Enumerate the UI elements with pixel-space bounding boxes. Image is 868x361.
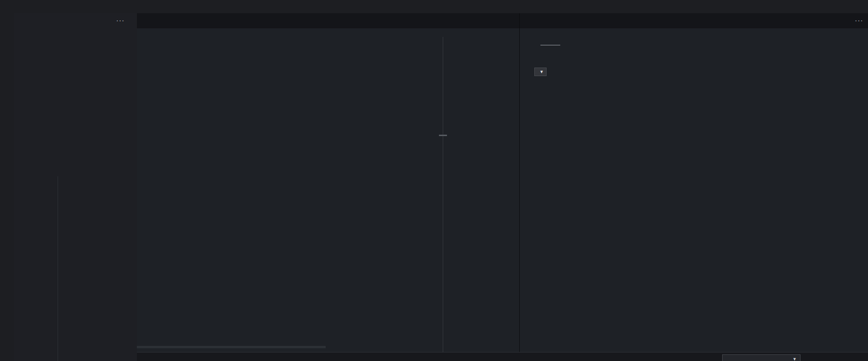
editor-ruler	[443, 37, 443, 352]
breadcrumb	[137, 28, 519, 37]
tree-indent-guide	[58, 176, 58, 361]
scrollbar-handle[interactable]	[439, 135, 447, 136]
chevron-down-icon: ▼	[539, 69, 544, 74]
code-editor[interactable]	[137, 37, 519, 352]
bottom-panel: ▼	[137, 352, 868, 361]
sidebar-header: ···	[14, 13, 137, 30]
select-dropdown[interactable]: ▼	[534, 68, 547, 76]
editor-tabs-right	[520, 13, 868, 28]
vscode-window: { "menu": { "items": ["文件","编辑","选择","查看…	[0, 0, 868, 361]
editor-actions	[508, 13, 519, 28]
page-input[interactable]	[540, 37, 560, 45]
results-pager	[534, 37, 567, 45]
editor-group-right: ··· ▼	[519, 13, 868, 352]
explorer-sidebar: ···	[14, 13, 137, 361]
horizontal-scrollbar[interactable]	[137, 346, 326, 348]
editor-group-left	[137, 13, 519, 352]
editor-tabs-left	[137, 13, 519, 28]
codeql-results-panel: ▼	[520, 28, 868, 352]
menu-bar	[0, 0, 868, 13]
minimap[interactable]	[481, 37, 514, 141]
output-channel-select[interactable]: ▼	[722, 354, 801, 361]
activity-bar	[0, 13, 14, 361]
sidebar-more-actions-icon[interactable]: ···	[116, 16, 125, 24]
chevron-down-icon: ▼	[792, 357, 797, 361]
more-actions-icon[interactable]: ···	[855, 16, 863, 24]
